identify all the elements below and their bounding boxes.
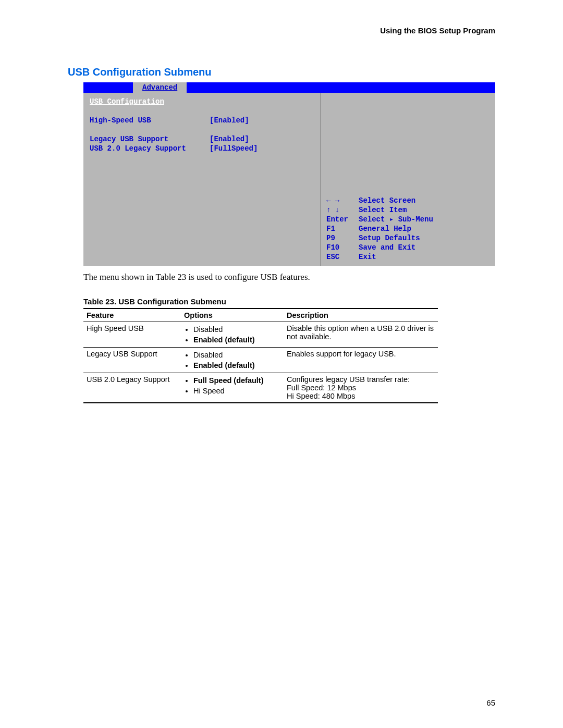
bios-screen: Advanced USB Configuration High-Speed US… [83,82,495,266]
cell-description: Configures legacy USB transfer rate:Full… [284,373,438,403]
cell-options: DisabledEnabled (default) [181,322,284,348]
bios-item-label: USB 2.0 Legacy Support [90,144,210,153]
bios-help-row: F1 General Help [326,224,490,233]
bios-item-value: [FullSpeed] [210,144,258,153]
cell-feature: Legacy USB Support [83,348,181,373]
caption: The menu shown in Table 23 is used to co… [83,272,495,282]
bios-item-label: Legacy USB Support [90,134,210,144]
bios-help-pane: ← → Select Screen ↑ ↓ Select Item Enter … [321,93,495,266]
bios-help-desc: Select Screen [359,196,415,205]
list-item: Full Speed (default) [193,375,280,386]
list-item: Enabled (default) [193,360,280,371]
options-table: Feature Options Description High Speed U… [83,308,438,403]
bios-item-value: [Enabled] [210,134,249,144]
bios-help-row: Enter Select ▸ Sub-Menu [326,215,490,224]
col-header-feature: Feature [83,309,181,322]
bios-tab-advanced[interactable]: Advanced [133,82,187,93]
header-right: Using the BIOS Setup Program [68,26,495,35]
bios-help-key: F10 [326,243,359,252]
table-row: USB 2.0 Legacy SupportFull Speed (defaul… [83,373,438,403]
cell-description: Enables support for legacy USB. [284,348,438,373]
bios-help-key: F1 [326,224,359,233]
bios-item-label: High-Speed USB [90,116,210,125]
cell-feature: High Speed USB [83,322,181,348]
bios-help-desc: Setup Defaults [359,233,420,243]
table-row: High Speed USBDisabledEnabled (default)D… [83,322,438,348]
table-row: Legacy USB SupportDisabledEnabled (defau… [83,348,438,373]
bios-item-high-speed-usb[interactable]: High-Speed USB [Enabled] [90,116,314,125]
bios-help-row: ESC Exit [326,252,490,262]
col-header-description: Description [284,309,438,322]
bios-help-key: ↑ ↓ [326,205,359,215]
bios-help-row: F10 Save and Exit [326,243,490,252]
bios-item-legacy-usb-support[interactable]: Legacy USB Support [Enabled] [90,134,314,144]
bios-tab-label: Advanced [142,83,177,92]
col-header-options: Options [181,309,284,322]
list-item: Disabled [193,324,280,335]
cell-options: DisabledEnabled (default) [181,348,284,373]
bios-help-desc: General Help [359,224,411,233]
bios-menu-bar: Advanced [83,82,495,93]
list-item: Hi Speed [193,386,280,396]
bios-help-key: P9 [326,233,359,243]
bios-left-pane: USB Configuration High-Speed USB [Enable… [83,93,321,266]
cell-options: Full Speed (default)Hi Speed [181,373,284,403]
bios-help-key: ← → [326,196,359,205]
bios-help-desc: Exit [359,252,376,262]
bios-help-key: Enter [326,215,359,224]
bios-help-desc: Select ▸ Sub-Menu [359,215,433,224]
bios-help-row: ← → Select Screen [326,196,490,205]
bios-item-value: [Enabled] [210,116,249,125]
bios-help-row: ↑ ↓ Select Item [326,205,490,215]
cell-description: Disable this option when a USB 2.0 drive… [284,322,438,348]
bios-help-key: ESC [326,252,359,262]
list-item: Enabled (default) [193,335,280,345]
page-number: 65 [486,698,495,707]
list-item: Disabled [193,350,280,360]
section-title: USB Configuration Submenu [68,66,495,78]
bios-help-desc: Select Item [359,205,407,215]
bios-item-usb20-legacy-support[interactable]: USB 2.0 Legacy Support [FullSpeed] [90,144,314,153]
cell-feature: USB 2.0 Legacy Support [83,373,181,403]
bios-help-row: P9 Setup Defaults [326,233,490,243]
bios-help-desc: Save and Exit [359,243,415,252]
table-title: Table 23. USB Configuration Submenu [83,297,495,306]
bios-submenu-title: USB Configuration [90,97,164,106]
